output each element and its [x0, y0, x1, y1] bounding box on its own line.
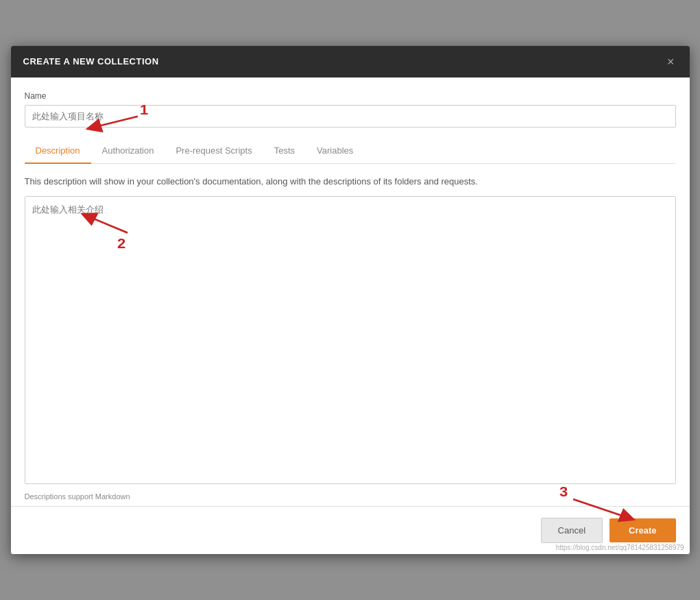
modal-body: Name Description Authorization Pre-reque…: [11, 77, 690, 507]
tab-tests[interactable]: Tests: [263, 139, 306, 164]
tab-description[interactable]: Description: [25, 139, 91, 164]
modal-dialog: CREATE A NEW COLLECTION × Name Descripti…: [11, 46, 690, 555]
name-input[interactable]: [25, 105, 676, 128]
tab-pre-request-scripts[interactable]: Pre-request Scripts: [165, 139, 263, 164]
create-button[interactable]: Create: [610, 518, 675, 542]
description-section: This description will show in your colle…: [25, 164, 676, 507]
description-textarea[interactable]: [25, 196, 676, 484]
tab-variables[interactable]: Variables: [306, 139, 364, 164]
modal-overlay: CREATE A NEW COLLECTION × Name Descripti…: [0, 0, 700, 600]
description-info-text: This description will show in your colle…: [25, 175, 676, 189]
modal-header: CREATE A NEW COLLECTION ×: [11, 46, 690, 77]
modal-footer: Cancel Create https://blog.csdn.net/qq78…: [11, 507, 690, 554]
cancel-button[interactable]: Cancel: [541, 518, 603, 543]
tab-authorization[interactable]: Authorization: [91, 139, 165, 164]
url-hint: https://blog.csdn.net/qq781425831258979: [556, 544, 684, 551]
name-label: Name: [25, 91, 676, 101]
tabs-container: Description Authorization Pre-request Sc…: [25, 139, 676, 164]
markdown-hint: Descriptions support Markdown: [25, 487, 676, 506]
modal-title: CREATE A NEW COLLECTION: [23, 56, 159, 67]
close-button[interactable]: ×: [664, 56, 677, 68]
